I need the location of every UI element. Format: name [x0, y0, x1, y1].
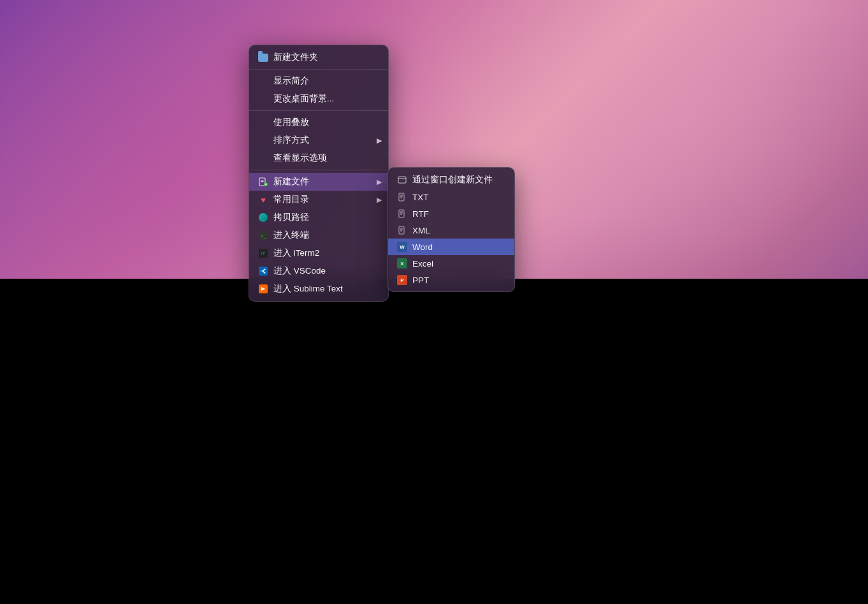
menu-item-use-stack-label: 使用叠放 — [273, 117, 309, 128]
svg-rect-16 — [399, 226, 404, 234]
context-menu: 新建文件夹 显示简介 更改桌面背景... 使用叠放 排序方式 ▶ 查看显示选项 — [249, 45, 389, 302]
submenu-item-word-label: Word — [412, 242, 433, 252]
sort-icon — [258, 135, 268, 145]
svg-rect-8 — [399, 193, 404, 201]
submenu-new-file: 通过窗口创建新文件 TXT RTF — [387, 167, 515, 292]
submenu-item-ppt-label: PPT — [412, 276, 429, 285]
word-icon: W — [397, 242, 407, 252]
menu-item-copy-path-label: 拷贝路径 — [273, 212, 309, 223]
menu-item-terminal-label: 进入终端 — [273, 230, 309, 241]
view-icon — [258, 153, 268, 163]
menu-item-iterm2-label: 进入 iTerm2 — [273, 247, 319, 259]
menu-item-sublime-label: 进入 Sublime Text — [273, 283, 343, 295]
menu-item-new-folder-label: 新建文件夹 — [273, 52, 318, 63]
menu-item-new-file-label: 新建文件 — [273, 176, 309, 188]
submenu-item-new-via-window[interactable]: 通过窗口创建新文件 — [388, 171, 514, 189]
menu-item-view-options[interactable]: 查看显示选项 — [249, 149, 388, 167]
menu-item-vscode-label: 进入 VSCode — [273, 265, 326, 277]
menu-item-favorites[interactable]: ♥ 常用目录 ▶ — [249, 191, 388, 209]
xml-icon — [397, 225, 407, 235]
menu-item-show-info[interactable]: 显示简介 — [249, 72, 388, 90]
svg-rect-12 — [399, 210, 404, 217]
rtf-icon — [397, 209, 407, 219]
iterm-icon: iT — [258, 248, 268, 258]
menu-item-change-bg[interactable]: 更改桌面背景... — [249, 90, 388, 108]
submenu-item-txt-label: TXT — [412, 193, 429, 202]
menu-item-terminal[interactable]: >_ 进入终端 — [249, 226, 388, 244]
submenu-item-excel[interactable]: X Excel — [388, 255, 514, 272]
txt-icon — [397, 192, 407, 202]
copy-icon — [258, 212, 268, 223]
menu-item-view-options-label: 查看显示选项 — [273, 152, 327, 164]
menu-item-sort-by-label: 排序方式 — [273, 135, 309, 146]
bottom-black — [0, 279, 868, 604]
submenu-item-ppt[interactable]: P PPT — [388, 272, 514, 288]
vscode-icon — [258, 266, 268, 276]
menu-item-sort-by[interactable]: 排序方式 ▶ — [249, 131, 388, 149]
submenu-item-excel-label: Excel — [412, 259, 433, 269]
stack-icon — [258, 117, 268, 128]
menu-item-show-info-label: 显示简介 — [273, 75, 309, 87]
menu-item-new-file[interactable]: 新建文件 ▶ — [249, 173, 388, 191]
folder-new-icon — [258, 52, 268, 63]
new-file-chevron-icon: ▶ — [377, 178, 382, 186]
submenu-item-new-via-window-label: 通过窗口创建新文件 — [412, 174, 493, 186]
new-file-icon — [258, 177, 268, 187]
menu-item-vscode[interactable]: 进入 VSCode — [249, 262, 388, 280]
info-icon — [258, 76, 268, 86]
submenu-item-rtf[interactable]: RTF — [388, 205, 514, 222]
heart-icon: ♥ — [258, 195, 268, 205]
favorites-chevron-icon: ▶ — [377, 196, 382, 204]
submenu-item-txt[interactable]: TXT — [388, 189, 514, 205]
ppt-icon: P — [397, 275, 407, 285]
menu-item-change-bg-label: 更改桌面背景... — [273, 93, 334, 105]
menu-item-new-folder[interactable]: 新建文件夹 — [249, 48, 388, 66]
menu-item-iterm2[interactable]: iT 进入 iTerm2 — [249, 244, 388, 262]
bg-icon — [258, 94, 268, 104]
divider-2 — [249, 110, 388, 111]
terminal-icon: >_ — [258, 230, 268, 240]
divider-3 — [249, 170, 388, 170]
sort-by-chevron-icon: ▶ — [377, 136, 382, 145]
submenu-item-word[interactable]: W Word — [388, 239, 514, 255]
menu-item-use-stack[interactable]: 使用叠放 — [249, 114, 388, 131]
submenu-item-rtf-label: RTF — [412, 209, 429, 219]
submenu-item-xml-label: XML — [412, 226, 430, 235]
excel-icon: X — [397, 258, 407, 269]
menu-item-sublime[interactable]: 进入 Sublime Text — [249, 280, 388, 298]
new-via-window-icon — [397, 175, 407, 185]
svg-rect-6 — [398, 177, 406, 183]
sublime-icon — [258, 284, 268, 294]
divider-1 — [249, 69, 388, 70]
menu-item-copy-path[interactable]: 拷贝路径 — [249, 209, 388, 226]
menu-item-favorites-label: 常用目录 — [273, 194, 309, 205]
submenu-item-xml[interactable]: XML — [388, 222, 514, 239]
